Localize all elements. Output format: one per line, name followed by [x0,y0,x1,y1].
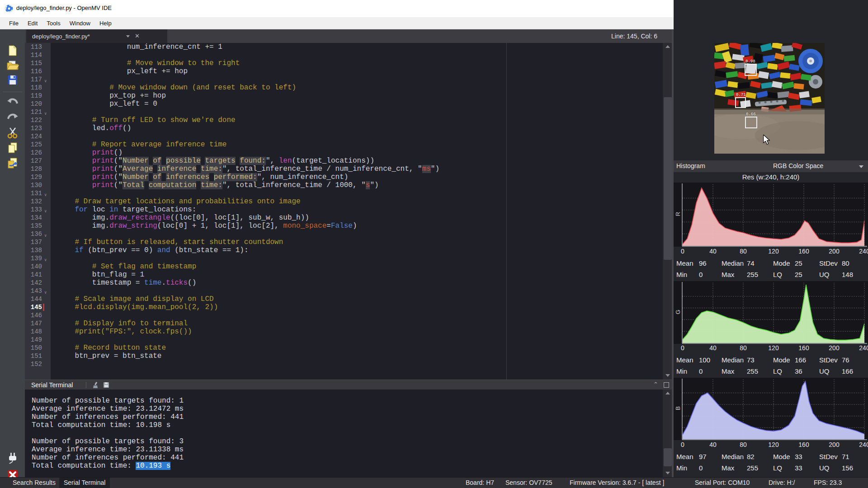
code-editor[interactable]: 113 num_inference_cnt += 1114115 # Move … [25,43,663,380]
line-number: 140 [25,263,42,271]
code-line-139[interactable]: 139∨ [25,254,663,263]
code-line-127[interactable]: 127 print("Number of possible targets fo… [25,157,663,165]
code-line-132[interactable]: 132 # Draw target locations and probabil… [25,197,663,206]
code-line-143[interactable]: 143∨ [25,287,663,295]
code-line-115[interactable]: 115 # Move window to the right [25,59,663,67]
tab-dropdown-icon[interactable] [126,35,130,38]
code-line-149[interactable]: 149 [25,336,663,344]
collapse-panel-icon[interactable]: ⌃ [653,381,658,388]
code-line-119[interactable]: 119 px_top += hop [25,92,663,100]
code-line-145[interactable]: 145 #lcd.display(img.mean_pool(2, 2)) [25,303,663,311]
code-line-125[interactable]: 125 # Report average inference time [25,141,663,149]
line-number: 133 [25,206,42,214]
menu-item-help[interactable]: Help [95,18,116,28]
save-file-icon[interactable] [6,74,19,86]
code-line-152[interactable]: 152 [25,360,663,368]
open-file-icon[interactable] [6,59,19,71]
bottom-tab-serial-terminal[interactable]: Serial Terminal [59,478,110,488]
code-text: px_top += hop [57,92,166,100]
line-number: 115 [25,59,42,67]
code-text: print("Number of possible targets found:… [57,157,374,165]
stat-label-stdev: StDev [819,453,838,460]
code-line-134[interactable]: 134 img.draw_rectangle((loc[0], loc[1], … [25,214,663,222]
code-line-131[interactable]: 131∨ [25,189,663,197]
code-line-114[interactable]: 114 [25,51,663,59]
stat-label-mean: Mean [676,453,693,460]
undo-icon[interactable] [6,96,19,109]
code-text: # Report average inference time [57,141,226,149]
terminal-scrollbar-thumb[interactable] [664,448,672,466]
menu-item-window[interactable]: Window [65,18,95,28]
code-text: # If button is released, start shutter c… [57,238,283,246]
code-line-147[interactable]: 147 # Display info to terminal [25,319,663,328]
serial-terminal-output[interactable]: Number of possible targets found: 1Avera… [25,389,663,477]
chevron-down-icon[interactable] [859,165,863,168]
line-number: 125 [25,141,42,149]
code-line-138[interactable]: 138 if (btn_prev == 0) and (btn_state ==… [25,246,663,254]
code-line-117[interactable]: 117∨ [25,75,663,84]
code-line-118[interactable]: 118 # Move window down (and reset back t… [25,84,663,92]
code-line-122[interactable]: 122 # Turn off LED to show we're done [25,116,663,124]
code-line-142[interactable]: 142 timestamp = time.ticks() [25,279,663,287]
scroll-down-icon[interactable] [665,472,670,474]
histogram-title: Histogram [676,162,705,169]
code-line-137[interactable]: 137 # If button is released, start shutt… [25,238,663,246]
frame-buffer-image[interactable]: 0.980.710.66 [714,43,825,154]
stat-label-uq: UQ [819,367,830,375]
code-line-116[interactable]: 116 px_left += hop [25,67,663,75]
redo-icon[interactable] [6,112,19,124]
connect-icon[interactable] [6,452,19,465]
menu-item-file[interactable]: File [5,18,23,28]
tab-lego-finder[interactable]: deploy/lego_finder.py* ✕ [26,29,167,43]
code-text: # Scale image and display on LCD [57,295,214,303]
status-bar: Search ResultsSerial TerminalBoard: H7Se… [0,477,868,488]
scroll-up-icon[interactable] [665,45,670,48]
code-line-121[interactable]: 121∨ [25,108,663,116]
stat-label-max: Max [722,271,734,278]
menu-item-tools[interactable]: Tools [42,18,65,28]
code-line-146[interactable]: 146 [25,311,663,319]
code-line-113[interactable]: 113 num_inference_cnt += 1 [25,43,663,51]
color-space-select[interactable]: RGB Color Space [773,162,823,169]
code-text: px_left += hop [57,67,188,75]
code-line-130[interactable]: 130 print("Total computation time:", tot… [25,181,663,189]
resolution-label: Res (w:240, h:240) [674,173,868,181]
code-line-140[interactable]: 140 # Set flag and timestamp [25,263,663,271]
selected-text[interactable]: 10.193 s [136,462,170,470]
stat-label-stdev: StDev [819,356,838,364]
code-line-136[interactable]: 136∨ [25,230,663,238]
code-line-141[interactable]: 141 btn_flag = 1 [25,271,663,279]
scroll-up-icon[interactable] [665,392,670,394]
line-number: 142 [25,279,42,287]
editor-scrollbar[interactable] [663,43,673,380]
code-line-144[interactable]: 144 # Scale image and display on LCD [25,295,663,303]
terminal-scrollbar[interactable] [663,389,673,477]
bottom-tab-search-results[interactable]: Search Results [8,478,60,488]
paste-icon[interactable] [6,157,19,169]
code-line-150[interactable]: 150 # Record button state [25,344,663,352]
new-file-icon[interactable] [6,44,19,57]
code-line-129[interactable]: 129 print("Number of inferences performe… [25,173,663,181]
x-tick-label: 160 [795,344,813,352]
code-line-128[interactable]: 128 print("Average inference time:", tot… [25,165,663,173]
save-log-icon[interactable] [103,381,110,389]
copy-icon[interactable] [6,141,19,154]
detach-panel-icon[interactable] [664,382,669,388]
code-line-123[interactable]: 123 led.off() [25,124,663,132]
stat-label-min: Min [676,464,687,472]
scroll-down-icon[interactable] [665,374,670,377]
code-line-135[interactable]: 135 img.draw_string(loc[0] + 1, loc[1], … [25,222,663,230]
x-tick-label: 80 [734,441,752,448]
code-line-124[interactable]: 124 [25,132,663,141]
editor-scrollbar-thumb[interactable] [664,97,672,260]
code-line-148[interactable]: 148 #print("FPS:", clock.fps()) [25,328,663,336]
histogram-header: Histogram RGB Color Space [674,160,868,172]
code-line-133[interactable]: 133∨ for loc in target_locations: [25,206,663,214]
code-line-126[interactable]: 126 print() [25,149,663,157]
menu-item-edit[interactable]: Edit [23,18,42,28]
code-line-120[interactable]: 120 px_left = 0 [25,100,663,108]
code-line-151[interactable]: 151 btn_prev = btn_state [25,352,663,360]
cut-icon[interactable] [6,127,19,139]
tab-close-icon[interactable]: ✕ [135,33,140,39]
clear-terminal-icon[interactable] [92,381,99,389]
